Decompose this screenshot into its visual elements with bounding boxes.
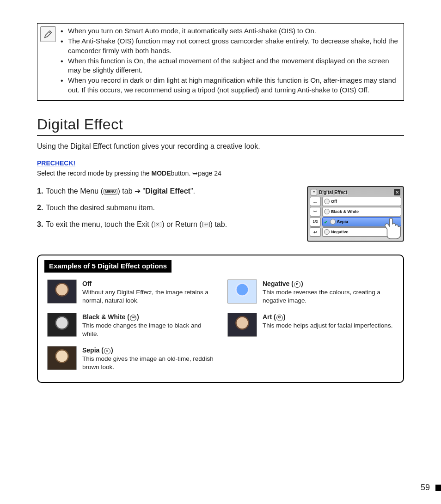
preview-down-button[interactable]: ﹀ bbox=[310, 207, 321, 216]
page-number: 59 bbox=[421, 482, 430, 493]
steps-list: 1. Touch the Menu (MENU) tab ➔ "Digital … bbox=[37, 186, 298, 229]
step1-text-post: ". bbox=[190, 187, 195, 195]
note-box: When you turn on Smart Auto mode, it aut… bbox=[37, 23, 404, 101]
section-intro: Using the Digital Effect function gives … bbox=[37, 141, 404, 152]
sepia-icon: s bbox=[104, 348, 110, 354]
step3-text-pre: To exit the menu, touch the Exit ( bbox=[46, 220, 153, 228]
note-list: When you turn on Smart Auto mode, it aut… bbox=[59, 26, 399, 96]
examples-box: Examples of 5 Digital Effect options Off… bbox=[37, 255, 404, 383]
precheck-text-post: button. ➥page 24 bbox=[171, 169, 221, 178]
example-off: Off Without any Digital Effect, the imag… bbox=[47, 279, 214, 304]
sepia-icon bbox=[330, 219, 336, 225]
example-negative: Negative (n) This mode reverses the colo… bbox=[227, 279, 394, 304]
example-desc: This mode gives the image an old-time, r… bbox=[82, 355, 214, 371]
page-edge-marker bbox=[435, 485, 441, 491]
precheck-label: PRECHECK! bbox=[37, 159, 404, 168]
digital-effect-header-icon: ✦ bbox=[311, 189, 317, 195]
note-bullet: When you turn on Smart Auto mode, it aut… bbox=[61, 26, 399, 36]
example-sepia: Sepia (s) This mode gives the image an o… bbox=[47, 346, 214, 371]
thumb-art bbox=[227, 313, 257, 337]
example-desc: This mode reverses the colours, creating… bbox=[263, 288, 394, 304]
pointer-hand-icon bbox=[382, 216, 406, 240]
menu-icon: MENU bbox=[104, 189, 117, 194]
thumb-bw bbox=[47, 313, 77, 337]
negative-icon bbox=[324, 229, 330, 235]
thumb-sepia bbox=[47, 346, 77, 370]
thumb-off bbox=[47, 279, 77, 304]
bw-icon: bw bbox=[130, 315, 136, 321]
return-icon: ↩ bbox=[202, 222, 210, 227]
example-label: Art (⊘) bbox=[263, 313, 392, 322]
example-art: Art (⊘) This mode helps adjust for facia… bbox=[227, 313, 394, 337]
screen-preview: ✦ Digital Effect ✕ ︿ ﹀ 1/2 ↩ Off Black &… bbox=[307, 186, 404, 242]
example-desc: This mode helps adjust for facial imperf… bbox=[263, 322, 392, 330]
negative-icon: n bbox=[294, 281, 300, 288]
check-icon: ✔ bbox=[324, 219, 329, 224]
note-bullet: When this function is On, the actual mov… bbox=[61, 56, 399, 75]
preview-page-indicator: 1/2 bbox=[310, 217, 321, 226]
section-title: Digital Effect bbox=[37, 115, 404, 136]
example-desc: Without any Digital Effect, the image re… bbox=[82, 288, 214, 304]
examples-title: Examples of 5 Digital Effect options bbox=[44, 260, 172, 272]
preview-close-icon[interactable]: ✕ bbox=[394, 189, 400, 195]
thumb-negative bbox=[227, 279, 257, 304]
exit-icon: ✕ bbox=[154, 222, 161, 227]
mode-button-label: MODE bbox=[151, 170, 171, 177]
preview-return-button[interactable]: ↩ bbox=[310, 227, 321, 237]
art-icon: ⊘ bbox=[276, 315, 283, 321]
step1-target: Digital Effect bbox=[145, 187, 190, 195]
step-2: 2. Touch the desired submenu item. bbox=[37, 203, 298, 213]
preview-title: Digital Effect bbox=[319, 189, 392, 196]
preview-option-off[interactable]: Off bbox=[322, 197, 401, 206]
precheck-text-pre: Select the record mode by pressing the bbox=[37, 170, 151, 177]
example-bw: Black & White (bw) This mode changes the… bbox=[47, 313, 214, 338]
off-icon bbox=[324, 199, 330, 204]
example-label: Off bbox=[82, 279, 214, 288]
option-label: Off bbox=[331, 199, 337, 204]
preview-up-button[interactable]: ︿ bbox=[310, 197, 321, 206]
precheck-text: Select the record mode by pressing the M… bbox=[37, 169, 404, 178]
note-bullet: When you record in dark or dim light at … bbox=[61, 76, 399, 95]
step-1: 1. Touch the Menu (MENU) tab ➔ "Digital … bbox=[37, 186, 298, 196]
example-label: Sepia (s) bbox=[82, 346, 214, 355]
option-label: Black & White bbox=[331, 209, 359, 214]
note-bullet: The Anti-Shake (OIS) function may not co… bbox=[61, 36, 399, 55]
example-label: Black & White (bw) bbox=[82, 313, 214, 322]
step2-text: Touch the desired submenu item. bbox=[46, 203, 155, 213]
note-icon bbox=[40, 26, 56, 42]
option-label: Sepia bbox=[337, 219, 348, 225]
step-3: 3. To exit the menu, touch the Exit (✕) … bbox=[37, 219, 298, 230]
step3-text-mid: ) or Return ( bbox=[162, 220, 202, 228]
option-label: Negative bbox=[331, 229, 349, 235]
step3-text-post: ) tab. bbox=[210, 220, 227, 228]
example-label: Negative (n) bbox=[263, 279, 394, 288]
example-desc: This mode changes the image to black and… bbox=[82, 322, 214, 338]
preview-option-bw[interactable]: Black & White bbox=[322, 207, 401, 216]
step1-text-mid: ) tab ➔ " bbox=[118, 187, 146, 195]
bw-icon bbox=[324, 209, 330, 214]
step1-text-pre: Touch the Menu ( bbox=[46, 187, 103, 195]
